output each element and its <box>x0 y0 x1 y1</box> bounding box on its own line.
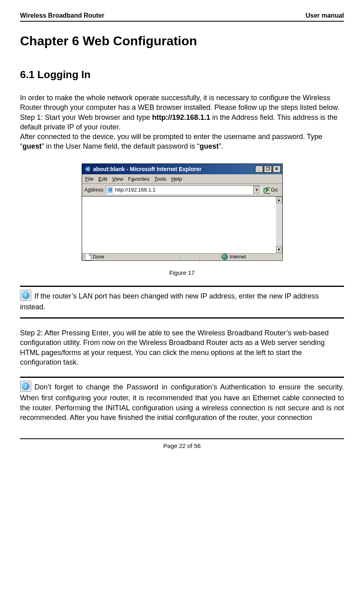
restore-button[interactable]: ❐ <box>264 165 272 173</box>
ie-logo-icon <box>84 166 91 172</box>
step1-prefix: Step 1: Start your Web browser and type <box>20 113 152 121</box>
header-right: User manual <box>306 12 344 19</box>
after-connect-mid: ” in the User Name field, the default pa… <box>42 142 199 150</box>
go-arrow-icon <box>266 188 269 192</box>
address-dropdown[interactable]: ▼ <box>253 186 260 194</box>
go-button[interactable]: Go <box>264 186 280 194</box>
ie-vertical-scrollbar[interactable]: ▲ ▼ <box>276 197 282 253</box>
note1-text: If the router’s LAN port has been change… <box>20 292 319 311</box>
horizontal-rule <box>20 286 344 287</box>
ie-window: about:blank - Microsoft Internet Explore… <box>82 163 283 261</box>
page-footer: Page 22 of 56 <box>20 438 344 449</box>
status-zone-text: Internet <box>229 254 246 260</box>
menu-edit[interactable]: Edit <box>98 176 107 182</box>
status-zone-cell: Internet <box>219 253 282 260</box>
document-icon <box>85 253 91 260</box>
ie-addressbar: Address http://192.168.1.1 ▼ Go <box>82 184 282 196</box>
scroll-up-button[interactable]: ▲ <box>276 197 282 203</box>
intro-p1: In order to make the whole network opera… <box>20 94 339 111</box>
internet-zone-icon <box>221 254 228 260</box>
minimize-button[interactable]: _ <box>255 165 263 173</box>
ie-window-title: about:blank - Microsoft Internet Explore… <box>93 166 202 172</box>
close-button[interactable]: ✕ <box>273 165 281 173</box>
scroll-down-button[interactable]: ▼ <box>276 246 282 253</box>
ie-content-area: ▲ ▼ <box>82 196 282 253</box>
page-header: Wireless Broadband Router User manual <box>20 12 344 22</box>
status-done-cell: Done <box>82 253 180 260</box>
info-icon: i <box>20 381 31 392</box>
ie-page-icon <box>107 187 113 193</box>
menu-tools[interactable]: Tools <box>154 176 166 182</box>
figure-17: about:blank - Microsoft Internet Explore… <box>20 163 344 276</box>
intro-paragraphs: In order to make the whole network opera… <box>20 93 344 151</box>
address-value: http://192.168.1.1 <box>113 187 253 193</box>
status-empty-cell-1 <box>180 253 199 260</box>
go-label: Go <box>271 187 278 193</box>
section-title: 6.1 Logging In <box>20 69 344 81</box>
address-field[interactable]: http://192.168.1.1 ▼ <box>106 186 261 194</box>
chapter-title: Chapter 6 Web Configuration <box>20 34 344 48</box>
ie-titlebar: about:blank - Microsoft Internet Explore… <box>82 164 282 174</box>
menu-favorites[interactable]: Favorites <box>128 176 149 182</box>
step1-url: http://192.168.1.1 <box>152 113 210 121</box>
note2-text: Don’t forget to change the Password in c… <box>20 383 344 422</box>
username-default: guest <box>22 142 42 150</box>
status-empty-cell-2 <box>199 253 219 260</box>
ie-menubar: File Edit View Favorites Tools Help <box>82 174 282 184</box>
info-icon: i <box>20 290 31 301</box>
menu-file[interactable]: File <box>85 176 94 182</box>
after-connect-suffix: ”. <box>219 142 223 150</box>
status-done-text: Done <box>93 254 105 260</box>
horizontal-rule <box>20 377 344 378</box>
figure-caption: Figure 17 <box>20 269 344 276</box>
address-label: Address <box>84 187 104 193</box>
info-note-1: iIf the router’s LAN port has been chang… <box>20 291 344 312</box>
step2-paragraph: Step 2: After Pressing Enter, you will b… <box>20 328 344 367</box>
info-note-2: iDon’t forget to change the Password in … <box>20 382 344 422</box>
header-left: Wireless Broadband Router <box>20 12 105 19</box>
password-default: guest <box>199 142 219 150</box>
menu-view[interactable]: View <box>112 176 123 182</box>
menu-help[interactable]: Help <box>171 176 182 182</box>
ie-statusbar: Done Internet <box>82 253 282 260</box>
page-number: Page 22 of 56 <box>163 442 201 449</box>
horizontal-rule <box>20 317 344 319</box>
